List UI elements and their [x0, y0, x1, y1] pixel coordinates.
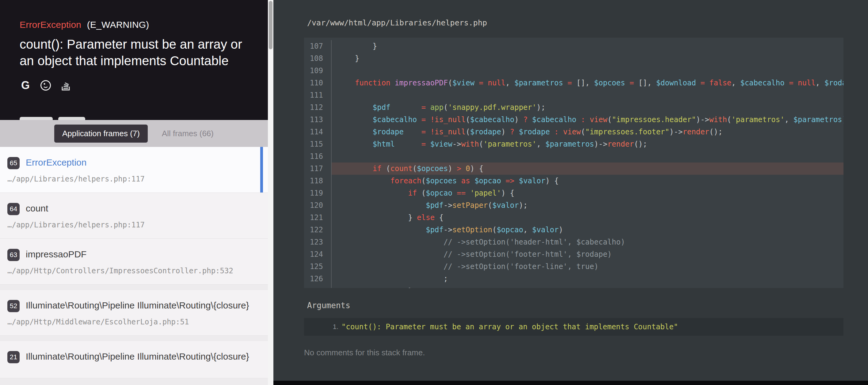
code-line: 119 if ($opcao == 'papel') { [304, 187, 843, 199]
code-line: 127 } [304, 285, 843, 288]
frame-number-badge: 64 [7, 203, 20, 215]
frame-title: ErrorException [26, 157, 87, 168]
comments-placeholder: No comments for this stack frame. [304, 348, 868, 357]
code-panel: /var/www/html/app/Libraries/helpers.php … [273, 0, 868, 385]
code-text: } else { [331, 211, 843, 224]
code-line: 124 // ->setOption('footer-html', $rodap… [304, 248, 843, 260]
line-number: 107 [304, 40, 331, 53]
code-text: } [331, 285, 843, 288]
code-line: 110function impressaoPDF($view = null, $… [304, 77, 843, 89]
code-text [331, 89, 843, 101]
code-text: if (count($opcoes) > 0) { [331, 163, 843, 175]
stack-frame[interactable]: 52 Illuminate\Routing\Pipeline Illuminat… [0, 289, 268, 336]
line-number: 111 [304, 89, 331, 101]
code-text [331, 150, 843, 163]
line-number: 122 [304, 224, 331, 236]
code-line: 108} [304, 53, 843, 65]
stack-frame[interactable]: 65 ErrorException …/app/Libraries/helper… [0, 147, 268, 193]
frame-head: 65 ErrorException [7, 157, 256, 169]
code-text: } [331, 53, 843, 65]
page-scrollbar-track [268, 0, 273, 385]
stackoverflow-icon[interactable] [60, 79, 72, 91]
exception-header: ErrorException (E_WARNING) count(): Para… [0, 0, 268, 120]
line-number: 125 [304, 260, 331, 273]
code-text: function impressaoPDF($view = null, $par… [331, 77, 843, 89]
tab-application-frames[interactable]: Application frames (7) [54, 125, 148, 143]
code-text [331, 65, 843, 77]
code-line: 120 $pdf->setPaper($valor); [304, 199, 843, 211]
frame-head: 52 Illuminate\Routing\Pipeline Illuminat… [7, 300, 256, 312]
line-number: 115 [304, 138, 331, 150]
frame-title: count [26, 203, 48, 214]
code-line: 113 $cabecalho = !is_null($cabecalho) ? … [304, 113, 843, 126]
exception-class: ErrorException [20, 20, 81, 30]
page-scrollbar-thumb[interactable] [269, 1, 273, 49]
code-text: $pdf = app('snappy.pdf.wrapper'); [331, 101, 843, 113]
stack-frame[interactable]: 63 impressaoPDF …/app/Http/Controllers/I… [0, 239, 268, 285]
exception-type-line: ErrorException (E_WARNING) [20, 0, 248, 30]
exception-severity: (E_WARNING) [87, 20, 149, 30]
line-number: 109 [304, 65, 331, 77]
google-glyph: G [21, 79, 30, 91]
code-line: 111 [304, 89, 843, 101]
line-number: 116 [304, 150, 331, 163]
clipped-button[interactable] [58, 117, 85, 120]
frame-title: Illuminate\Routing\Pipeline Illuminate\R… [26, 300, 249, 311]
code-line: 116 [304, 150, 843, 163]
frame-number-badge: 21 [7, 351, 20, 363]
stack-frame[interactable]: 21 Illuminate\Routing\Pipeline Illuminat… [0, 341, 268, 378]
code-line: 122 $pdf->setOption($opcao, $valor) [304, 224, 843, 236]
frames-list: 65 ErrorException …/app/Libraries/helper… [0, 147, 268, 385]
line-number: 127 [304, 285, 331, 288]
code-text: if ($opcao == 'papel') { [331, 187, 843, 199]
tab-all-frames[interactable]: All frames (66) [162, 129, 214, 138]
code-line: 121 } else { [304, 211, 843, 224]
code-line: 125 // ->setOption('footer-line', true) [304, 260, 843, 273]
line-number: 110 [304, 77, 331, 89]
arguments-heading: Arguments [307, 301, 868, 310]
code-text: ; [331, 273, 843, 285]
code-text: $rodape = !is_null($rodape) ? $rodape : … [331, 126, 843, 138]
frame-number-badge: 65 [7, 157, 20, 169]
code-line: 112 $pdf = app('snappy.pdf.wrapper'); [304, 101, 843, 113]
code-line: 123 // ->setOption('header-html', $cabec… [304, 236, 843, 248]
clipped-button[interactable] [20, 117, 53, 120]
code-viewer: 107 }108}109110function impressaoPDF($vi… [304, 38, 843, 288]
code-text: $html = $view->with('parametros', $param… [331, 138, 843, 150]
code-text: // ->setOption('footer-html', $rodape) [331, 248, 843, 260]
code-line: 126 ; [304, 273, 843, 285]
code-text: } [331, 40, 843, 53]
code-line: 114 $rodape = !is_null($rodape) ? $rodap… [304, 126, 843, 138]
frame-path: …/app/Libraries/helpers.php:117 [7, 175, 256, 183]
argument-index: 1. [304, 323, 341, 331]
line-number: 114 [304, 126, 331, 138]
frames-filter-tabs: Application frames (7) All frames (66) [0, 120, 268, 147]
file-path: /var/www/html/app/Libraries/helpers.php [273, 0, 868, 38]
line-number: 118 [304, 175, 331, 187]
frame-head: 64 count [7, 203, 256, 215]
code-text: $pdf->setPaper($valor); [331, 199, 843, 211]
line-number: 124 [304, 248, 331, 260]
frame-head: 21 Illuminate\Routing\Pipeline Illuminat… [7, 351, 256, 363]
frame-title: Illuminate\Routing\Pipeline Illuminate\R… [26, 351, 249, 362]
whoops-error-page: ErrorException (E_WARNING) count(): Para… [0, 0, 868, 385]
line-number: 120 [304, 199, 331, 211]
code-text: $pdf->setOption($opcao, $valor) [331, 224, 843, 236]
line-number: 126 [304, 273, 331, 285]
google-icon[interactable]: G [20, 79, 31, 91]
code-line: 115 $html = $view->with('parametros', $p… [304, 138, 843, 150]
frame-number-badge: 63 [7, 249, 20, 261]
line-number: 121 [304, 211, 331, 224]
stack-frame[interactable]: 64 count …/app/Libraries/helpers.php:117 [0, 193, 268, 239]
frame-path: …/app/Http/Middleware/EscolherLoja.php:5… [7, 318, 256, 326]
left-panel: ErrorException (E_WARNING) count(): Para… [0, 0, 268, 385]
duckduckgo-icon[interactable] [40, 79, 52, 91]
frame-head: 63 impressaoPDF [7, 248, 256, 261]
argument-row: 1. "count(): Parameter must be an array … [304, 318, 843, 336]
code-line: 117 if (count($opcoes) > 0) { [304, 163, 843, 175]
argument-value: "count(): Parameter must be an array or … [341, 322, 678, 331]
line-number: 113 [304, 113, 331, 126]
clipped-header-buttons [20, 117, 85, 120]
code-line: 107 } [304, 40, 843, 53]
line-number: 108 [304, 53, 331, 65]
